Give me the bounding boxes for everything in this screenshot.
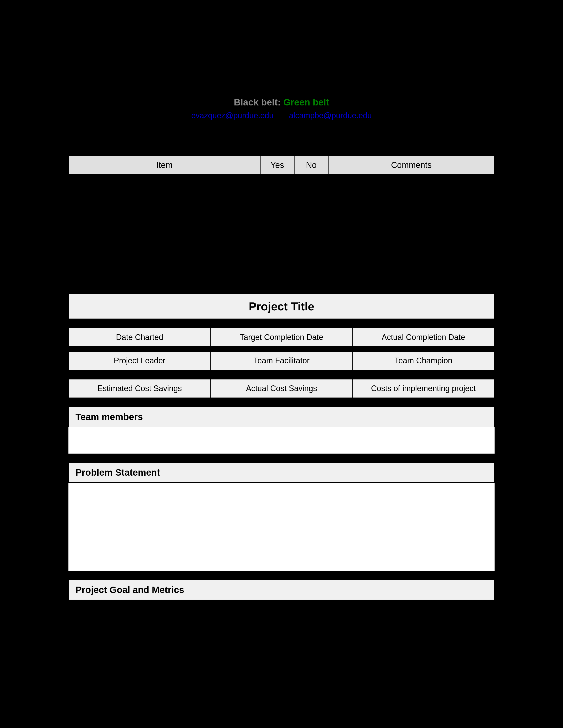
actual-cost-savings-cell[interactable]: Actual Cost Savings: [211, 379, 353, 398]
comments-header: Comments: [328, 156, 494, 174]
team-table: Project Leader Team Facilitator Team Cha…: [68, 351, 495, 370]
black-belt-label: Black belt:: [234, 97, 280, 107]
team-members-header: Team members: [68, 407, 495, 427]
belt-info: Black belt: Green belt: [132, 97, 431, 108]
email2-link[interactable]: alcampbe@purdue.edu: [289, 111, 372, 120]
team-facilitator-cell[interactable]: Team Facilitator: [211, 351, 353, 370]
problem-statement-header: Problem Statement: [68, 462, 495, 483]
email-line: evazquez@purdue.edu alcampbe@purdue.edu: [132, 111, 431, 120]
costs-implementing-cell[interactable]: Costs of implementing project: [352, 379, 494, 398]
date-charted-cell[interactable]: Date Charted: [69, 328, 211, 347]
problem-statement-content[interactable]: [68, 483, 495, 571]
header-section: Black belt: Green belt evazquez@purdue.e…: [0, 88, 563, 129]
item-table: Item Yes No Comments: [68, 156, 495, 175]
team-champion-cell[interactable]: Team Champion: [352, 351, 494, 370]
target-completion-cell[interactable]: Target Completion Date: [211, 328, 353, 347]
actual-completion-cell[interactable]: Actual Completion Date: [352, 328, 494, 347]
project-goal-header: Project Goal and Metrics: [68, 580, 495, 600]
project-title: Project Title: [68, 294, 495, 319]
charter-section: Project Title Date Charted Target Comple…: [0, 294, 563, 600]
green-belt-label: Green belt: [283, 97, 329, 107]
item-header: Item: [69, 156, 260, 174]
yes-header: Yes: [260, 156, 294, 174]
no-header: No: [294, 156, 328, 174]
email1-link[interactable]: evazquez@purdue.edu: [191, 111, 273, 120]
costs-table: Estimated Cost Savings Actual Cost Savin…: [68, 379, 495, 398]
dates-table: Date Charted Target Completion Date Actu…: [68, 328, 495, 347]
estimated-cost-savings-cell[interactable]: Estimated Cost Savings: [69, 379, 211, 398]
item-table-section: Item Yes No Comments: [0, 147, 563, 184]
team-members-content[interactable]: [68, 427, 495, 454]
project-leader-cell[interactable]: Project Leader: [69, 351, 211, 370]
